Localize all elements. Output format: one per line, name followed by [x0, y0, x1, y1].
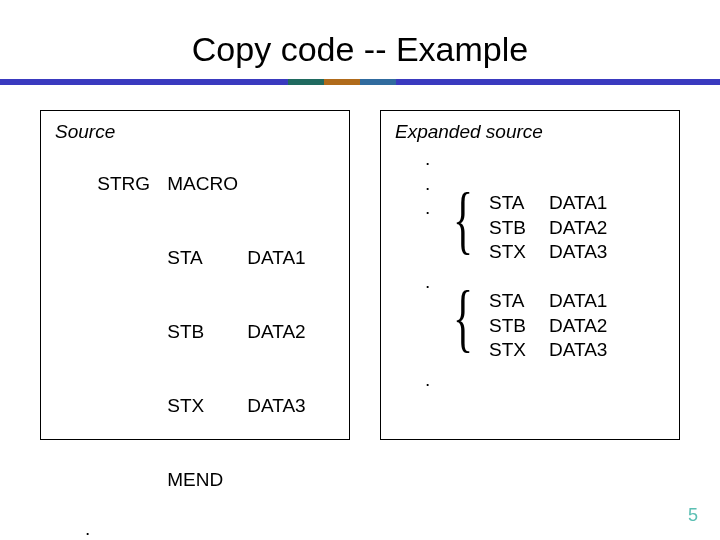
col-opcode: STX — [489, 240, 549, 265]
code-row: STBDATA2 — [489, 216, 607, 241]
col-operand: DATA3 — [247, 394, 305, 419]
col-operand: DATA3 — [549, 338, 607, 363]
col-opcode: MACRO — [167, 172, 247, 197]
col-operand: DATA2 — [247, 320, 305, 345]
col-opcode: STA — [489, 191, 549, 216]
col-opcode: STB — [489, 216, 549, 241]
brace-icon: { — [453, 279, 473, 355]
code-row: STXDATA3 — [489, 338, 607, 363]
expanded-panel: Expanded source . . . { STADATA1 STBDATA… — [380, 110, 680, 440]
col-operand: DATA2 — [549, 216, 607, 241]
slide: Copy code -- Example Source STRGMACRO ST… — [0, 0, 720, 540]
col-operand: DATA1 — [549, 289, 607, 314]
col-opcode: STA — [167, 246, 247, 271]
col-label: STRG — [97, 172, 167, 197]
col-opcode: STX — [167, 394, 247, 419]
source-panel: Source STRGMACRO STADATA1 STBDATA2 STXDA… — [40, 110, 350, 440]
col-opcode: STA — [489, 289, 549, 314]
code-row: STXDATA3 — [489, 240, 607, 265]
ellipsis-dot: . — [425, 369, 430, 391]
ellipsis-dot: . — [85, 517, 335, 540]
code-row: STADATA1 — [489, 289, 607, 314]
source-header: Source — [55, 121, 335, 143]
block-lines: STADATA1 STBDATA2 STXDATA3 — [489, 289, 607, 363]
ellipsis-dot: . — [425, 147, 665, 172]
col-operand: DATA1 — [549, 191, 607, 216]
col-opcode: STB — [167, 320, 247, 345]
col-operand: DATA3 — [549, 240, 607, 265]
col-operand: DATA1 — [247, 246, 305, 271]
block-lines: STADATA1 STBDATA2 STXDATA3 — [489, 191, 607, 265]
expansion-block-1: { STADATA1 STBDATA2 STXDATA3 — [453, 191, 607, 265]
code-row: STADATA1 — [55, 221, 335, 295]
expanded-inner: Expanded source . . . { STADATA1 STBDATA… — [395, 121, 665, 429]
col-operand: DATA2 — [549, 314, 607, 339]
expanded-header: Expanded source — [395, 121, 665, 143]
col-opcode: STX — [489, 338, 549, 363]
code-row: STRGMACRO — [55, 147, 335, 221]
page-number: 5 — [688, 505, 698, 526]
ellipsis-dot: . — [425, 271, 430, 293]
slide-title: Copy code -- Example — [0, 0, 720, 79]
code-row: STBDATA2 — [55, 295, 335, 369]
content-area: Source STRGMACRO STADATA1 STBDATA2 STXDA… — [0, 85, 720, 485]
code-row: MEND — [55, 443, 335, 517]
code-row: STADATA1 — [489, 191, 607, 216]
code-row: STBDATA2 — [489, 314, 607, 339]
brace-icon: { — [453, 181, 473, 257]
col-opcode: STB — [489, 314, 549, 339]
expansion-block-2: { STADATA1 STBDATA2 STXDATA3 — [453, 289, 607, 363]
code-row: STXDATA3 — [55, 369, 335, 443]
col-opcode: MEND — [167, 468, 247, 493]
